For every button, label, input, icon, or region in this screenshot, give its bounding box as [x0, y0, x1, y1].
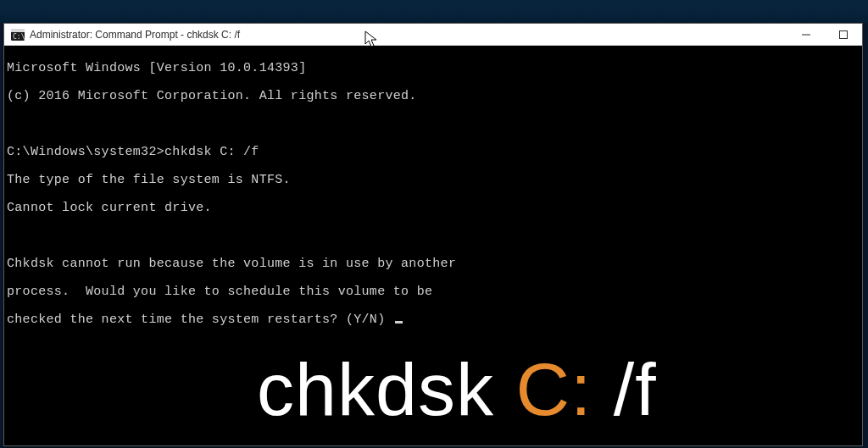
console-output[interactable]: Microsoft Windows [Version 10.0.14393] (…: [4, 46, 862, 445]
console-line: Cannot lock current drive.: [7, 202, 860, 216]
minimize-button[interactable]: [787, 24, 825, 46]
command-prompt-window: C:\ Administrator: Command Prompt - chkd…: [3, 23, 863, 446]
svg-rect-4: [840, 30, 848, 38]
hero-text-part1: chkdsk: [257, 347, 515, 431]
console-line: The type of the file system is NTFS.: [7, 174, 860, 188]
minimize-icon: [802, 30, 810, 39]
console-line: (c) 2016 Microsoft Corporation. All righ…: [7, 90, 860, 104]
hero-overlay: chkdsk C: /f: [4, 369, 862, 434]
console-line: process. Would you like to schedule this…: [7, 285, 860, 300]
console-blank-line: [7, 230, 860, 244]
console-line: Chkdsk cannot run because the volume is …: [7, 257, 860, 272]
console-line: C:\Windows\system32>chkdsk C: /f: [7, 146, 860, 160]
console-prompt-line: checked the next time the system restart…: [7, 313, 860, 328]
svg-rect-3: [802, 34, 810, 35]
desktop-background-strip: [0, 0, 868, 23]
maximize-icon: [839, 30, 848, 39]
svg-text:C:\: C:\: [13, 33, 25, 41]
hero-text-part3: /f: [592, 347, 656, 431]
window-titlebar[interactable]: C:\ Administrator: Command Prompt - chkd…: [4, 24, 862, 46]
console-line: Microsoft Windows [Version 10.0.14393]: [7, 62, 860, 76]
console-prompt-text: checked the next time the system restart…: [7, 312, 393, 327]
console-blank-line: [7, 118, 860, 132]
cmd-icon: C:\: [11, 28, 25, 41]
text-cursor: [395, 321, 403, 324]
window-title: Administrator: Command Prompt - chkdsk C…: [30, 29, 240, 41]
hero-text-part2: C:: [515, 347, 592, 431]
maximize-button[interactable]: [825, 24, 862, 46]
svg-rect-1: [11, 29, 25, 32]
